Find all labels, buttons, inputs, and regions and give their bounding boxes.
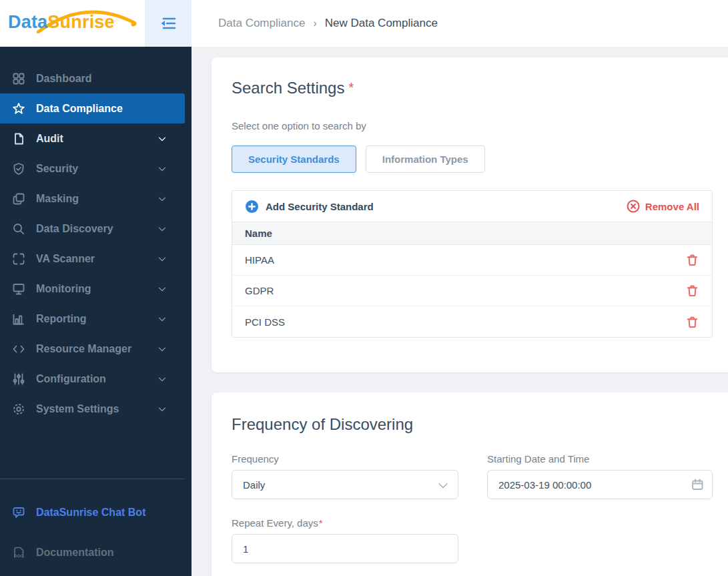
column-header-name: Name (245, 228, 272, 239)
sidebar-item-label: Data Compliance (36, 103, 123, 115)
sidebar-item-label: Monitoring (36, 283, 91, 295)
sidebar-item-label: Data Discovery (36, 223, 113, 235)
required-asterisk: * (319, 517, 323, 529)
frequency-select-input[interactable] (232, 470, 458, 499)
sidebar-item-resource-manager[interactable]: Resource Manager (0, 334, 192, 364)
frequency-fields-row: Frequency Starting Date and Time (232, 453, 728, 499)
table-row: PCI DSS (232, 306, 712, 337)
main-content: Search Settings* Select one option to se… (192, 47, 728, 576)
bar-chart-icon (11, 312, 26, 326)
chevron-down-icon (158, 374, 165, 381)
chevron-down-icon (158, 254, 165, 261)
standard-name: HIPAA (245, 254, 274, 266)
chevron-down-icon (158, 344, 165, 351)
sidebar-item-label: VA Scanner (36, 253, 95, 265)
table-toolbar: Add Security Standard Remove All (232, 191, 712, 222)
shield-check-icon (11, 162, 26, 176)
security-standards-table: Add Security Standard Remove All Name HI… (232, 190, 713, 338)
search-by-label: Select one option to search by (232, 120, 728, 131)
required-asterisk: * (348, 80, 354, 95)
sidebar-item-configuration[interactable]: Configuration (0, 364, 192, 394)
gear-icon (11, 402, 26, 416)
app-window: DataSunrise Data Compliance › New Data C… (0, 0, 728, 576)
doc-icon: DOC (11, 545, 26, 560)
sidebar-item-label: Configuration (36, 373, 106, 385)
table-header: Name (232, 222, 712, 245)
sidebar-item-monitoring[interactable]: Monitoring (0, 274, 192, 304)
logo-part-data: Data (8, 12, 47, 32)
frequency-label: Frequency (232, 453, 458, 465)
search-by-tabs: Security Standards Information Types (232, 146, 728, 173)
starting-date-label: Starting Date and Time (487, 453, 713, 465)
frequency-select (232, 470, 458, 499)
calendar-icon (690, 477, 705, 492)
sidebar: Dashboard Data Compliance Audit (0, 47, 192, 576)
sidebar-item-security[interactable]: Security (0, 154, 192, 184)
breadcrumb-parent-link[interactable]: Data Compliance (218, 17, 305, 30)
chevron-down-icon (158, 314, 165, 321)
delete-row-button[interactable] (685, 284, 699, 298)
collapse-sidebar-icon (158, 14, 178, 33)
x-circle-icon (627, 200, 640, 213)
chevron-down-icon (158, 404, 165, 411)
collapse-sidebar-button[interactable] (145, 0, 192, 47)
monitor-icon (11, 282, 26, 296)
repeat-label: Repeat Every, days* (232, 517, 728, 529)
add-button-label: Add Security Standard (266, 201, 374, 212)
frequency-field: Frequency (232, 453, 458, 499)
repeat-label-text: Repeat Every, days (232, 517, 318, 529)
repeat-days-input[interactable] (232, 534, 458, 563)
sidebar-item-audit[interactable]: Audit (0, 123, 192, 154)
breadcrumb-current: New Data Compliance (325, 17, 438, 30)
trash-icon (685, 315, 699, 329)
table-row: HIPAA (232, 245, 712, 276)
breadcrumb: Data Compliance › New Data Compliance (218, 0, 438, 47)
sidebar-item-label: Masking (36, 193, 79, 205)
sidebar-item-va-scanner[interactable]: VA Scanner (0, 244, 192, 274)
chevron-down-icon (158, 164, 165, 171)
top-bar: DataSunrise Data Compliance › New Data C… (0, 0, 728, 47)
repeat-field: Repeat Every, days* (232, 517, 728, 563)
search-settings-title-row: Search Settings* (232, 79, 728, 97)
remove-all-label: Remove All (645, 201, 699, 212)
chevron-down-icon (158, 284, 165, 291)
repeat-input-wrap (232, 534, 458, 563)
sidebar-item-data-compliance[interactable]: Data Compliance (0, 93, 185, 123)
sidebar-item-chat-bot[interactable]: DataSunrise Chat Bot (0, 497, 192, 527)
trash-icon (685, 284, 699, 298)
frequency-title: Frequency of Discovering (232, 415, 728, 434)
plus-circle-icon (245, 200, 259, 214)
delete-row-button[interactable] (685, 253, 699, 267)
tab-security-standards[interactable]: Security Standards (232, 146, 356, 173)
sidebar-item-reporting[interactable]: Reporting (0, 304, 192, 334)
calendar-picker-button[interactable] (690, 477, 705, 492)
starting-date-input-wrap (487, 470, 713, 499)
sidebar-item-label: Dashboard (36, 73, 92, 85)
sidebar-item-dashboard[interactable]: Dashboard (0, 63, 192, 93)
sliders-icon (11, 372, 26, 386)
remove-all-button[interactable]: Remove All (627, 200, 699, 213)
file-icon (11, 131, 26, 146)
chevron-down-icon (158, 133, 165, 141)
code-icon (11, 342, 26, 356)
grid-icon (11, 71, 26, 86)
sidebar-item-label: Resource Manager (36, 343, 131, 355)
add-security-standard-button[interactable]: Add Security Standard (245, 200, 374, 214)
sidebar-divider (0, 479, 185, 479)
datasunrise-logo[interactable]: DataSunrise (0, 0, 145, 47)
svg-text:DOC: DOC (15, 553, 24, 557)
standard-name: PCI DSS (245, 316, 285, 328)
sidebar-item-data-discovery[interactable]: Data Discovery (0, 214, 192, 244)
table-row: GDPR (232, 276, 712, 306)
sidebar-item-masking[interactable]: Masking (0, 184, 192, 214)
standard-name: GDPR (245, 285, 274, 296)
tab-information-types[interactable]: Information Types (366, 146, 485, 173)
logo-part-sunrise: Sunrise (47, 12, 114, 32)
copy-icon (11, 192, 26, 206)
starting-date-input[interactable] (487, 470, 713, 499)
breadcrumb-separator: › (313, 17, 316, 29)
sidebar-item-system-settings[interactable]: System Settings (0, 394, 192, 424)
sidebar-item-label: Reporting (36, 313, 87, 325)
sidebar-item-documentation[interactable]: DOC Documentation (0, 537, 192, 567)
delete-row-button[interactable] (685, 315, 699, 329)
